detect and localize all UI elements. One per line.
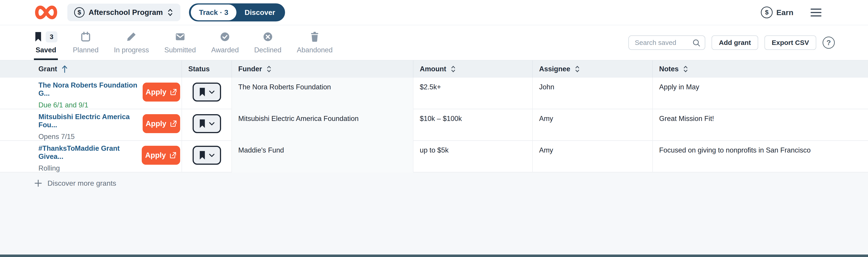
track-discover-toggle: Track · 3 Discover xyxy=(189,3,285,22)
table-row: #ThanksToMaddie Grant Givea... Rolling A… xyxy=(0,141,868,172)
tabs-group: 3 Saved Planned In progress Submitted xyxy=(34,25,333,60)
column-header-amount[interactable]: Amount xyxy=(413,61,533,78)
notes-cell: Apply in May xyxy=(653,78,868,109)
status-cell xyxy=(182,109,232,141)
funder-cell: Mitsubishi Electric America Foundation xyxy=(232,109,413,141)
discover-more-label: Discover more grants xyxy=(48,179,116,187)
bookmark-icon xyxy=(199,88,206,96)
dollar-circle-icon: $ xyxy=(761,6,773,18)
column-header-status[interactable]: Status xyxy=(182,61,232,78)
earn-label: Earn xyxy=(776,8,794,17)
app-logo[interactable] xyxy=(34,4,59,21)
sort-arrow-up-icon xyxy=(61,65,68,73)
sort-chevrons-icon xyxy=(266,65,272,73)
grant-deadline: Rolling xyxy=(38,164,142,172)
saved-count-badge: 3 xyxy=(46,31,57,42)
sort-chevrons-icon xyxy=(450,65,456,73)
hamburger-icon xyxy=(811,12,822,13)
status-dropdown[interactable] xyxy=(193,146,221,165)
plus-icon xyxy=(34,179,42,187)
add-grant-button[interactable]: Add grant xyxy=(712,35,758,50)
status-cell xyxy=(182,78,232,109)
grant-info: Mitsubishi Electric America Fou... Opens… xyxy=(38,113,143,141)
table-header: Grant Status Funder Amount Assignee Note… xyxy=(0,61,868,78)
bookmark-icon xyxy=(199,151,206,159)
grant-link[interactable]: The Nora Roberts Foundation G... xyxy=(38,81,143,98)
status-dropdown[interactable] xyxy=(193,114,221,133)
apply-button[interactable]: Apply xyxy=(142,146,180,165)
program-selector[interactable]: $ Afterschool Program xyxy=(67,4,180,21)
hamburger-icon xyxy=(811,15,822,16)
grant-info: The Nora Roberts Foundation G... Due 6/1… xyxy=(38,81,143,109)
tab-abandoned[interactable]: Abandoned xyxy=(296,25,333,60)
apply-button[interactable]: Apply xyxy=(143,82,180,102)
tab-label: Saved xyxy=(35,46,56,54)
dollar-circle-icon: $ xyxy=(74,7,85,17)
help-button[interactable]: ? xyxy=(823,37,835,49)
sort-chevrons-icon xyxy=(683,65,688,73)
bookmark-icon xyxy=(34,32,42,41)
tab-label: Declined xyxy=(254,46,281,54)
status-tabbar: 3 Saved Planned In progress Submitted xyxy=(0,25,868,61)
tab-awarded[interactable]: Awarded xyxy=(211,25,239,60)
column-header-funder[interactable]: Funder xyxy=(232,61,413,78)
infinity-logo-icon xyxy=(34,4,58,20)
earn-button[interactable]: $ Earn xyxy=(761,6,794,18)
tab-label: Planned xyxy=(73,46,98,54)
chevron-down-icon xyxy=(209,90,215,94)
chevron-down-icon xyxy=(209,122,215,126)
grant-cell: #ThanksToMaddie Grant Givea... Rolling A… xyxy=(0,141,182,172)
tab-label: Awarded xyxy=(211,46,239,54)
calendar-icon xyxy=(81,32,91,42)
program-name: Afterschool Program xyxy=(89,8,163,17)
assignee-cell: Amy xyxy=(533,109,653,141)
grant-cell: Mitsubishi Electric America Fou... Opens… xyxy=(0,109,182,141)
x-circle-icon xyxy=(263,32,273,42)
discover-more-grants-link[interactable]: Discover more grants xyxy=(0,172,868,194)
table-actions: Add grant Export CSV ? xyxy=(628,25,835,60)
top-navigation: $ Afterschool Program Track · 3 Discover… xyxy=(0,0,868,25)
pencil-icon xyxy=(126,32,136,42)
tab-declined[interactable]: Declined xyxy=(254,25,282,60)
external-link-icon xyxy=(169,151,177,159)
chevron-up-down-icon xyxy=(167,8,174,17)
grant-deadline: Opens 7/15 xyxy=(38,133,143,141)
grant-deadline: Due 6/1 and 9/1 xyxy=(38,101,143,109)
envelope-icon xyxy=(175,32,185,42)
grant-cell: The Nora Roberts Foundation G... Due 6/1… xyxy=(0,78,182,109)
bookmark-icon xyxy=(199,119,206,128)
column-header-assignee[interactable]: Assignee xyxy=(533,61,653,78)
tab-label: Submitted xyxy=(164,46,196,54)
tab-planned[interactable]: Planned xyxy=(72,25,99,60)
bottom-strip xyxy=(0,255,868,257)
status-dropdown[interactable] xyxy=(193,82,221,102)
external-link-icon xyxy=(169,120,177,127)
chevron-down-icon xyxy=(209,153,215,157)
grant-link[interactable]: Mitsubishi Electric America Fou... xyxy=(38,113,143,129)
tab-submitted[interactable]: Submitted xyxy=(164,25,196,60)
notes-cell: Great Mission Fit! xyxy=(653,109,868,141)
column-header-notes[interactable]: Notes xyxy=(653,61,868,78)
table-row: Mitsubishi Electric America Fou... Opens… xyxy=(0,109,868,141)
export-csv-button[interactable]: Export CSV xyxy=(765,35,816,50)
nav-right-group: $ Earn xyxy=(761,6,823,18)
track-tab[interactable]: Track · 3 xyxy=(191,4,237,20)
tab-in-progress[interactable]: In progress xyxy=(114,25,149,60)
funder-cell: Maddie's Fund xyxy=(232,141,413,172)
assignee-cell: John xyxy=(533,78,653,109)
grant-link[interactable]: #ThanksToMaddie Grant Givea... xyxy=(38,144,142,161)
funder-cell: The Nora Roberts Foundation xyxy=(232,78,413,109)
menu-button[interactable] xyxy=(809,7,823,18)
external-link-icon xyxy=(169,88,177,96)
discover-tab[interactable]: Discover xyxy=(237,4,283,20)
table-body: The Nora Roberts Foundation G... Due 6/1… xyxy=(0,78,868,172)
search-icon xyxy=(692,39,701,47)
award-check-icon xyxy=(220,32,230,42)
hamburger-icon xyxy=(811,8,822,10)
tab-label: In progress xyxy=(114,46,149,54)
column-header-grant[interactable]: Grant xyxy=(0,61,182,78)
amount-cell: $10k – $100k xyxy=(413,109,533,141)
tab-saved[interactable]: 3 Saved xyxy=(34,25,58,60)
apply-button[interactable]: Apply xyxy=(143,114,180,133)
sort-chevrons-icon xyxy=(575,65,580,73)
